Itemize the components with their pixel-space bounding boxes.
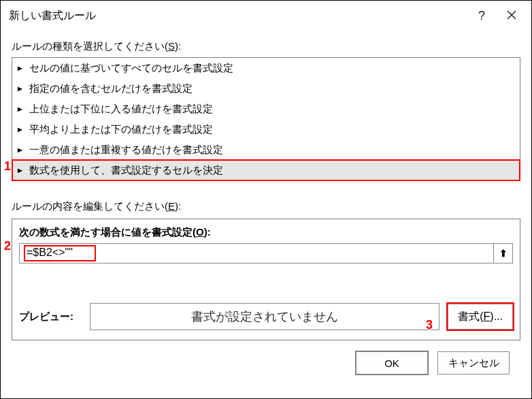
rule-type-item-selected[interactable]: ►数式を使用して、書式設定するセルを決定 — [12, 160, 520, 180]
dialog-buttons: OK キャンセル — [12, 340, 520, 374]
preview-row: プレビュー: 書式が設定されていません 書式(F)... — [19, 303, 513, 330]
dialog-content: ルールの種類を選択してください(S): ►セルの値に基づいてすべてのセルを書式設… — [1, 31, 531, 385]
rule-edit-label: ルールの内容を編集してください(E): — [12, 200, 520, 213]
help-icon: ? — [478, 9, 485, 23]
formula-input[interactable] — [27, 246, 92, 259]
arrow-icon: ► — [16, 166, 24, 174]
annotation-marker-1: 1 — [4, 159, 11, 174]
arrow-icon: ► — [16, 84, 24, 93]
formula-section: 次の数式を満たす場合に値を書式設定(O): ⬆ プレビュー: 書式が設定されてい… — [12, 219, 520, 340]
collapse-icon: ⬆ — [499, 248, 508, 259]
titlebar: 新しい書式ルール ? — [1, 1, 531, 31]
titlebar-controls: ? — [467, 4, 526, 27]
formula-label: 次の数式を満たす場合に値を書式設定(O): — [19, 226, 513, 239]
format-button[interactable]: 書式(F)... — [448, 304, 513, 330]
arrow-icon: ► — [16, 146, 24, 154]
rule-type-label: ルールの種類を選択してください(S): — [12, 40, 520, 53]
rule-type-item[interactable]: ►指定の値を含むセルだけを書式設定 — [12, 78, 520, 99]
arrow-icon: ► — [16, 125, 24, 133]
annotation-marker-3: 3 — [426, 318, 433, 332]
ok-button[interactable]: OK — [356, 351, 428, 374]
rule-type-item[interactable]: ►一意の値または重複する値だけを書式設定 — [12, 140, 520, 160]
cancel-button[interactable]: キャンセル — [437, 351, 510, 374]
annotation-marker-2: 2 — [4, 239, 11, 253]
arrow-icon: ► — [16, 105, 24, 113]
arrow-icon: ► — [16, 64, 24, 72]
reference-picker-button[interactable]: ⬆ — [494, 243, 513, 264]
formula-row: ⬆ — [19, 243, 513, 264]
rule-type-list[interactable]: ►セルの値に基づいてすべてのセルを書式設定 ►指定の値を含むセルだけを書式設定 … — [12, 57, 520, 181]
formula-value-highlight — [24, 245, 96, 261]
close-icon — [507, 9, 516, 23]
rule-type-item[interactable]: ►セルの値に基づいてすべてのセルを書式設定 — [12, 58, 520, 78]
window-title: 新しい書式ルール — [9, 9, 96, 23]
close-button[interactable] — [497, 4, 526, 27]
preview-label: プレビュー: — [19, 310, 90, 323]
rule-type-item[interactable]: ►上位または下位に入る値だけを書式設定 — [12, 99, 520, 119]
rule-type-item[interactable]: ►平均より上または下の値だけを書式設定 — [12, 119, 520, 140]
formula-input-wrap[interactable] — [19, 243, 494, 264]
help-button[interactable]: ? — [467, 4, 496, 27]
preview-box: 書式が設定されていません — [90, 303, 439, 330]
